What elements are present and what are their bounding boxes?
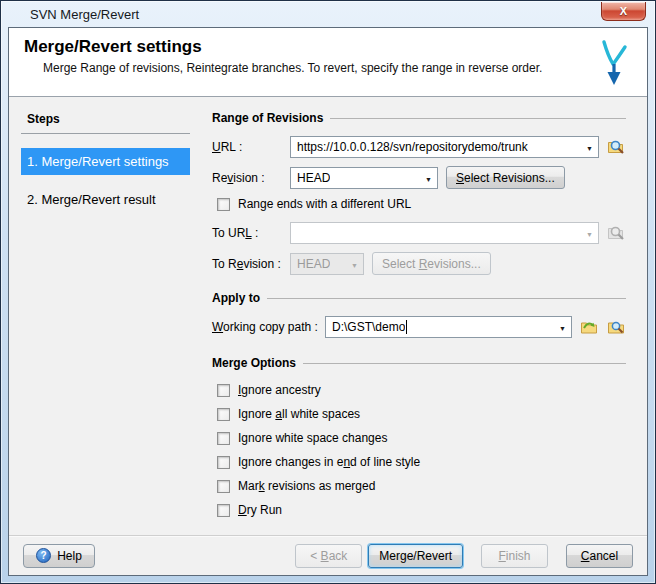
chevron-down-icon[interactable] <box>581 140 598 154</box>
revision-value: HEAD <box>297 171 330 185</box>
browse-repository-button[interactable] <box>606 138 626 156</box>
checkbox-range-ends-different-url[interactable]: Range ends with a different URL <box>217 197 626 211</box>
merge-options-heading: Merge Options <box>212 356 626 370</box>
working-copy-path-combobox[interactable]: D:\GST\demo <box>325 316 572 338</box>
checkbox-label: Range ends with a different URL <box>238 197 411 211</box>
checkbox-ignore-eol-style[interactable]: Ignore changes in end of line style <box>217 455 626 469</box>
titlebar[interactable]: SVN Merge/Revert X <box>1 1 655 27</box>
to-url-label: To URL : <box>212 226 290 240</box>
apply-to-heading: Apply to <box>212 291 626 305</box>
help-icon: ? <box>36 548 51 563</box>
browse-repository-button-disabled <box>606 224 626 242</box>
svn-merge-revert-window: SVN Merge/Revert X Merge/Revert settings… <box>0 0 656 584</box>
dialog-body: Merge/Revert settings Merge Range of rev… <box>8 27 648 576</box>
range-of-revisions-heading: Range of Revisions <box>212 111 626 125</box>
settings-form: Range of Revisions URL : https://10.0.0.… <box>206 97 647 535</box>
folder-open-icon <box>580 319 598 335</box>
merge-options-list: Ignore ancestry Ignore all white spaces … <box>217 383 626 517</box>
merge-revert-button[interactable]: Merge/Revert <box>368 544 463 568</box>
wizard-header: Merge/Revert settings Merge Range of rev… <box>9 28 647 97</box>
finish-button: Finish <box>481 544 548 568</box>
cancel-button[interactable]: Cancel <box>566 544 633 568</box>
wizard-content: Steps 1. Merge/Revert settings 2. Merge/… <box>9 97 647 535</box>
revision-label: Revision : <box>212 171 290 185</box>
back-button: < Back <box>295 544 362 568</box>
checkbox-box[interactable] <box>217 198 230 211</box>
url-label: URL : <box>212 140 290 154</box>
checkbox-box[interactable] <box>217 456 230 469</box>
revision-row: Revision : HEAD Select Revisions... <box>212 166 626 189</box>
working-copy-path-label: Working copy path : <box>212 320 325 334</box>
button-bar: ? Help < Back Merge/Revert Finish Cancel <box>9 535 647 575</box>
checkbox-dry-run[interactable]: Dry Run <box>217 503 626 517</box>
folder-search-icon <box>607 225 625 241</box>
steps-heading: Steps <box>21 112 190 134</box>
page-title: Merge/Revert settings <box>24 37 647 57</box>
browse-folder-button[interactable] <box>579 318 599 336</box>
chevron-down-icon <box>581 226 598 240</box>
to-revision-row: To Revision : HEAD Select Revisions... <box>212 252 626 275</box>
steps-sidebar: Steps 1. Merge/Revert settings 2. Merge/… <box>9 97 206 535</box>
to-url-row: To URL : <box>212 222 626 244</box>
folder-search-icon <box>607 319 625 335</box>
to-url-combobox <box>290 222 599 244</box>
chevron-down-icon[interactable] <box>420 171 437 185</box>
url-value: https://10.0.0.128/svn/repositorydemo/tr… <box>297 140 528 154</box>
working-copy-row: Working copy path : D:\GST\demo <box>212 316 626 338</box>
to-revision-value: HEAD <box>297 257 330 271</box>
select-revisions-button[interactable]: Select Revisions... <box>446 166 565 189</box>
checkbox-mark-revisions-merged[interactable]: Mark revisions as merged <box>217 479 626 493</box>
url-row: URL : https://10.0.0.128/svn/repositoryd… <box>212 136 626 158</box>
checkbox-box[interactable] <box>217 432 230 445</box>
sidebar-item-merge-revert-settings[interactable]: 1. Merge/Revert settings <box>21 148 190 175</box>
to-revision-combobox: HEAD <box>290 253 364 275</box>
checkbox-box[interactable] <box>217 384 230 397</box>
checkbox-ignore-ancestry[interactable]: Ignore ancestry <box>217 383 626 397</box>
checkbox-ignore-all-white-spaces[interactable]: Ignore all white spaces <box>217 407 626 421</box>
page-subtitle: Merge Range of revisions, Reintegrate br… <box>43 61 647 75</box>
select-revisions-button-disabled: Select Revisions... <box>372 252 491 275</box>
folder-search-icon <box>607 139 625 155</box>
window-title: SVN Merge/Revert <box>30 7 139 22</box>
checkbox-box[interactable] <box>217 480 230 493</box>
url-combobox[interactable]: https://10.0.0.128/svn/repositorydemo/tr… <box>290 136 599 158</box>
help-button[interactable]: ? Help <box>23 544 95 568</box>
checkbox-box[interactable] <box>217 504 230 517</box>
to-revision-label: To Revision : <box>212 257 290 271</box>
working-copy-path-value: D:\GST\demo <box>332 320 405 334</box>
search-working-copy-button[interactable] <box>606 318 626 336</box>
checkbox-ignore-white-space-changes[interactable]: Ignore white space changes <box>217 431 626 445</box>
sidebar-item-merge-revert-result[interactable]: 2. Merge/Revert result <box>21 186 190 213</box>
text-cursor <box>406 320 407 334</box>
chevron-down-icon[interactable] <box>554 320 571 334</box>
chevron-down-icon <box>346 257 363 271</box>
revision-combobox[interactable]: HEAD <box>290 167 438 189</box>
close-icon[interactable]: X <box>601 2 646 21</box>
checkbox-box[interactable] <box>217 408 230 421</box>
merge-arrows-icon <box>598 39 630 87</box>
